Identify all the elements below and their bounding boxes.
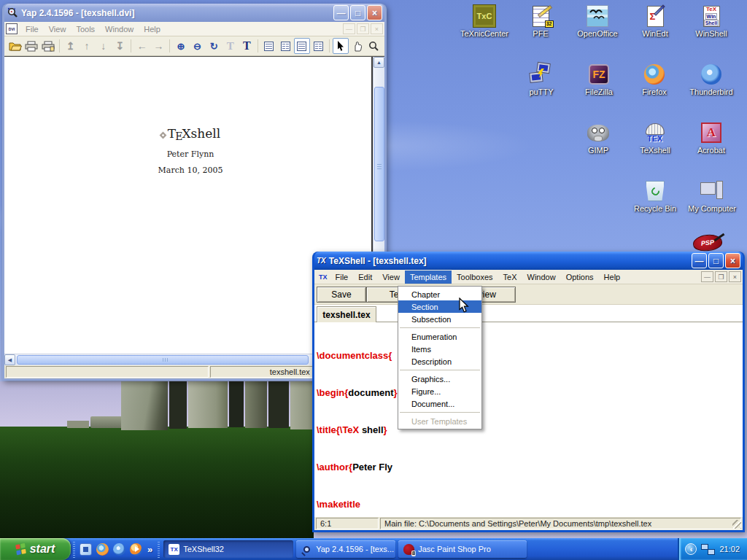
media-player-quicklaunch-icon[interactable] [130, 543, 142, 556]
scroll-up-icon[interactable]: ▲ [374, 57, 384, 68]
select-arrow-icon[interactable] [333, 38, 349, 54]
menu-item-graphics[interactable]: Graphics... [398, 373, 481, 385]
desktop-icon-openoffice[interactable]: OpenOffice [569, 4, 626, 38]
go-next-page-icon[interactable]: ↓ [96, 38, 112, 54]
magnifier-icon[interactable] [366, 38, 382, 54]
texshell-maximize-button[interactable]: □ [708, 253, 724, 268]
texshell-mdi-minimize-button[interactable]: — [701, 271, 713, 282]
desktop-icon-thunderbird[interactable]: Thunderbird [683, 63, 740, 96]
view-continuous-facing-icon[interactable] [311, 38, 327, 54]
menu-item-user-templates: User Templates [398, 415, 481, 427]
tab-texshell-tex[interactable]: texshell.tex [317, 306, 376, 322]
yap-mdi-restore-button[interactable]: ❐ [357, 23, 369, 34]
menu-item-figure[interactable]: Figure... [398, 385, 481, 397]
texshell-menu-tex[interactable]: TeX [498, 271, 522, 284]
scroll-left-icon[interactable]: ◀ [4, 354, 15, 365]
open-icon[interactable] [7, 38, 23, 54]
texshell-menu-options[interactable]: Options [561, 271, 599, 284]
yap-menu-help[interactable]: Help [139, 23, 166, 36]
recycle-bin-icon [643, 179, 667, 203]
desktop-icon-recycle-bin[interactable]: Recycle Bin [627, 179, 684, 213]
texshell-title-bar[interactable]: TX TeXShell - [texshell.tex] — □ × [314, 252, 743, 270]
show-desktop-icon[interactable] [80, 543, 92, 556]
texshell-menu-templates[interactable]: Templates [405, 271, 452, 284]
texshell-mdi-close-button[interactable]: × [729, 271, 741, 282]
desktop-icon-pfe[interactable]: 32 PFE [512, 4, 569, 38]
yap-menu-window[interactable]: Window [100, 23, 139, 36]
texshell-menu-window[interactable]: Window [522, 271, 561, 284]
network-status-icon[interactable] [701, 544, 715, 555]
editor-line: \author{Peter Fly [317, 461, 743, 473]
texshell-menu-view[interactable]: View [377, 271, 405, 284]
desktop-icon-winshell[interactable]: TeXWinShell WinShell [683, 4, 740, 38]
editor-line: \begin{document} [317, 386, 743, 399]
yap-menu-view[interactable]: View [44, 23, 71, 36]
save-button[interactable]: Save [317, 287, 366, 303]
yap-menu-tools[interactable]: Tools [71, 23, 100, 36]
taskbar-separator [158, 540, 160, 558]
print-page-icon[interactable] [40, 38, 56, 54]
texshell-editor[interactable]: \documentclass{ \begin{document} \title{… [314, 322, 743, 517]
menu-item-description[interactable]: Description [398, 355, 481, 368]
taskbar-button-paint-shop-pro[interactable]: 8 Jasc Paint Shop Pro [398, 540, 527, 558]
texshell-menu-help[interactable]: Help [599, 271, 626, 284]
quicklaunch-overflow-chevron[interactable]: » [147, 544, 152, 555]
yap-mdi-minimize-button[interactable]: — [343, 23, 355, 34]
desktop-icon-winedt[interactable]: Σ WinEdt [627, 4, 684, 38]
desktop-icon-gimp[interactable]: GIMP [570, 121, 627, 155]
yap-app-icon [7, 7, 18, 19]
menu-item-document[interactable]: Document... [398, 397, 481, 410]
filezilla-icon: FZ [587, 63, 611, 86]
desktop-icon-texshell[interactable]: TEX TeXshell [627, 121, 684, 155]
desktop-icon-my-computer[interactable]: My Computer [684, 179, 740, 213]
texshell-minimize-button[interactable]: — [692, 253, 707, 268]
go-last-page-icon[interactable]: ↧ [112, 38, 128, 54]
view-continuous-icon[interactable] [294, 38, 310, 54]
texshell-mdi-restore-button[interactable]: ❐ [715, 271, 727, 282]
yap-title-bar[interactable]: Yap 2.4.1596 - [texshell.dvi] — □ × [4, 4, 384, 22]
refresh-icon[interactable]: ↻ [206, 38, 222, 54]
yap-menu-file[interactable]: File [20, 23, 44, 36]
resize-grip[interactable] [732, 520, 741, 529]
yap-vscroll-thumb[interactable] [374, 87, 384, 241]
yap-mdi-close-button[interactable]: × [371, 23, 383, 34]
firefox-quicklaunch-icon[interactable] [96, 543, 109, 556]
tray-chevron-icon[interactable]: ‹ [685, 543, 697, 555]
desktop-icon-texniccenter[interactable]: TxC TeXnicCenter [456, 4, 513, 38]
desktop-wallpaper-stonehenge [0, 381, 314, 538]
forward-icon[interactable]: → [151, 38, 167, 54]
texshell-menu-toolboxes[interactable]: Toolboxes [452, 271, 498, 284]
zoom-out-icon[interactable]: ⊖ [190, 38, 206, 54]
text-bold-icon[interactable]: T [239, 38, 255, 54]
desktop-icon-acrobat[interactable]: A Acrobat [683, 121, 740, 155]
thunderbird-quicklaunch-icon[interactable] [113, 543, 125, 556]
back-icon[interactable]: ← [134, 38, 150, 54]
menu-item-items[interactable]: Items [398, 343, 481, 355]
view-single-page-icon[interactable] [261, 38, 277, 54]
yap-hscroll-thumb[interactable] [17, 355, 309, 365]
yap-minimize-button[interactable]: — [333, 5, 349, 20]
yap-close-button[interactable]: × [367, 5, 382, 20]
yap-toolbar: ↥ ↑ ↓ ↧ ← → ⊕ ⊖ ↻ T T [4, 36, 384, 56]
text-outline-icon[interactable]: T [222, 38, 239, 54]
desktop-icon-filezilla[interactable]: FZ FileZilla [570, 63, 627, 96]
taskbar-button-texshell32[interactable]: TX TeXShell32 [163, 540, 293, 558]
stone [169, 381, 187, 429]
firefox-icon [642, 63, 667, 86]
taskbar-button-yap[interactable]: Yap 2.4.1596 - [texs... [296, 540, 395, 558]
yap-maximize-button[interactable]: □ [350, 5, 365, 20]
stone [90, 416, 124, 428]
desktop-icon-putty[interactable]: puTTY [513, 63, 570, 96]
desktop-icon-firefox[interactable]: Firefox [626, 63, 683, 96]
go-first-page-icon[interactable]: ↥ [63, 38, 79, 54]
go-previous-page-icon[interactable]: ↑ [79, 38, 95, 54]
texshell-menu-edit[interactable]: Edit [353, 271, 377, 284]
view-two-page-icon[interactable] [278, 38, 294, 54]
texshell-menu-file[interactable]: File [330, 271, 354, 284]
print-icon[interactable] [24, 38, 40, 54]
pan-hand-icon[interactable] [349, 38, 365, 54]
texshell-close-button[interactable]: × [725, 253, 740, 268]
menu-item-enumeration[interactable]: Enumeration [398, 330, 481, 343]
zoom-in-icon[interactable]: ⊕ [173, 38, 189, 54]
start-button[interactable]: start [0, 538, 71, 560]
